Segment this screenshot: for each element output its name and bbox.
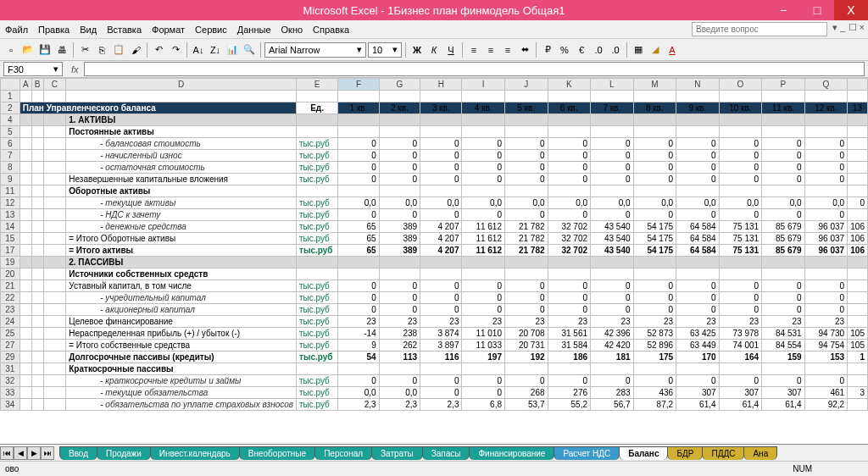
- row-header[interactable]: 17: [1, 245, 20, 257]
- value-cell[interactable]: 0: [719, 209, 762, 221]
- tab-nav-prev-icon[interactable]: ◀: [14, 446, 27, 460]
- row-header[interactable]: 4: [1, 114, 20, 126]
- sheet-tab[interactable]: Ввод: [59, 446, 97, 460]
- value-cell[interactable]: [591, 268, 634, 280]
- value-cell[interactable]: 0: [505, 174, 548, 185]
- value-cell[interactable]: [848, 399, 868, 411]
- value-cell[interactable]: 74 001: [719, 340, 762, 351]
- quarter-header[interactable]: 10 кв.: [719, 102, 762, 114]
- cell[interactable]: [43, 185, 66, 197]
- row-label[interactable]: 1. АКТИВЫ: [66, 114, 297, 126]
- cell[interactable]: [31, 91, 43, 102]
- value-cell[interactable]: 0: [420, 304, 462, 316]
- value-cell[interactable]: 0: [338, 162, 379, 174]
- value-cell[interactable]: 268: [505, 387, 548, 399]
- cell[interactable]: [31, 292, 43, 304]
- value-cell[interactable]: 6,8: [462, 399, 505, 411]
- row-label[interactable]: - денежные средства: [66, 221, 297, 233]
- value-cell[interactable]: 186: [548, 351, 591, 363]
- value-cell[interactable]: 43 540: [591, 245, 634, 257]
- value-cell[interactable]: 461: [804, 387, 848, 399]
- value-cell[interactable]: 0: [719, 280, 762, 292]
- cell[interactable]: [43, 233, 66, 245]
- cell[interactable]: [31, 257, 43, 268]
- row-header[interactable]: 14: [1, 221, 20, 233]
- value-cell[interactable]: 0: [379, 280, 420, 292]
- value-cell[interactable]: [591, 114, 634, 126]
- menu-insert[interactable]: Вставка: [107, 25, 142, 35]
- value-cell[interactable]: 0: [676, 292, 720, 304]
- value-cell[interactable]: 11 612: [462, 245, 505, 257]
- value-cell[interactable]: 23: [420, 316, 462, 328]
- unit-cell[interactable]: тыс.руб: [296, 221, 337, 233]
- bold-icon[interactable]: Ж: [409, 42, 425, 58]
- unit-cell[interactable]: тыс.руб: [296, 174, 337, 185]
- value-cell[interactable]: 0: [420, 150, 462, 162]
- value-cell[interactable]: 389: [379, 233, 420, 245]
- sheet-tab[interactable]: Затраты: [371, 446, 423, 460]
- value-cell[interactable]: 0: [379, 304, 420, 316]
- column-header[interactable]: H: [420, 79, 462, 91]
- sheet-tab[interactable]: Инвест.календарь: [150, 446, 240, 460]
- value-cell[interactable]: [848, 304, 868, 316]
- percent-icon[interactable]: %: [557, 42, 572, 58]
- font-selector[interactable]: Arial Narrow▾: [264, 42, 366, 58]
- unit-cell[interactable]: [296, 114, 337, 126]
- value-cell[interactable]: 0: [804, 304, 848, 316]
- cell[interactable]: [31, 174, 43, 185]
- value-cell[interactable]: 0: [676, 375, 720, 387]
- value-cell[interactable]: [462, 363, 505, 375]
- chart-icon[interactable]: 📊: [225, 42, 240, 58]
- menu-view[interactable]: Вид: [80, 25, 97, 35]
- value-cell[interactable]: 0: [379, 138, 420, 150]
- value-cell[interactable]: 4 207: [420, 233, 462, 245]
- value-cell[interactable]: 64 584: [676, 245, 720, 257]
- value-cell[interactable]: 0: [633, 292, 676, 304]
- value-cell[interactable]: [633, 257, 676, 268]
- value-cell[interactable]: 170: [676, 351, 720, 363]
- cell[interactable]: [43, 328, 66, 340]
- row-header[interactable]: 21: [1, 280, 20, 292]
- value-cell[interactable]: [505, 268, 548, 280]
- value-cell[interactable]: 0: [633, 138, 676, 150]
- value-cell[interactable]: 0: [804, 209, 848, 221]
- fill-color-icon[interactable]: ◢: [648, 42, 663, 58]
- row-header[interactable]: 25: [1, 328, 20, 340]
- value-cell[interactable]: 0: [762, 138, 805, 150]
- value-cell[interactable]: [462, 114, 505, 126]
- paste-icon[interactable]: 📋: [111, 42, 126, 58]
- sheet-tab[interactable]: ПДДС: [702, 446, 744, 460]
- value-cell[interactable]: 0: [548, 209, 591, 221]
- value-cell[interactable]: 389: [379, 245, 420, 257]
- plan-title[interactable]: План Управленческого баланса: [19, 102, 296, 114]
- row-label[interactable]: 2. ПАССИВЫ: [66, 257, 297, 268]
- cell[interactable]: [31, 268, 43, 280]
- unit-cell[interactable]: тыс.руб: [296, 375, 337, 387]
- value-cell[interactable]: [633, 126, 676, 138]
- row-label[interactable]: Источники собственных средств: [66, 268, 297, 280]
- value-cell[interactable]: [804, 268, 848, 280]
- value-cell[interactable]: 84 554: [762, 340, 805, 351]
- cell[interactable]: [43, 209, 66, 221]
- column-header[interactable]: P: [762, 79, 805, 91]
- value-cell[interactable]: 0: [505, 375, 548, 387]
- column-header[interactable]: G: [379, 79, 420, 91]
- cell[interactable]: [43, 257, 66, 268]
- row-label[interactable]: Уставный капитал, в том числе: [66, 280, 297, 292]
- quarter-header[interactable]: 6 кв.: [548, 102, 591, 114]
- column-header[interactable]: N: [676, 79, 720, 91]
- sheet-tab[interactable]: Расчет НДС: [554, 446, 620, 460]
- value-cell[interactable]: 0,0: [338, 197, 379, 209]
- value-cell[interactable]: 0,0: [505, 197, 548, 209]
- value-cell[interactable]: [719, 185, 762, 197]
- value-cell[interactable]: 43 540: [591, 233, 634, 245]
- value-cell[interactable]: 0: [762, 375, 805, 387]
- value-cell[interactable]: [848, 185, 868, 197]
- unit-cell[interactable]: тыс.руб: [296, 340, 337, 351]
- value-cell[interactable]: 23: [591, 316, 634, 328]
- format-painter-icon[interactable]: 🖌: [128, 42, 143, 58]
- value-cell[interactable]: 54 175: [633, 245, 676, 257]
- column-header[interactable]: C: [43, 79, 66, 91]
- value-cell[interactable]: 105: [848, 340, 868, 351]
- cell[interactable]: [43, 304, 66, 316]
